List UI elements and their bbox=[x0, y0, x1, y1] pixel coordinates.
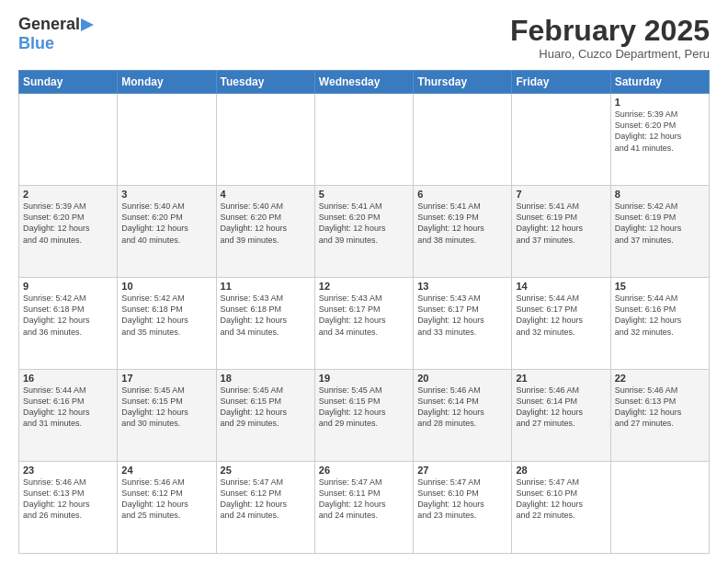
day-info-3-4: Sunrise: 5:46 AM Sunset: 6:14 PM Dayligh… bbox=[417, 385, 507, 430]
day-info-4-1: Sunrise: 5:46 AM Sunset: 6:12 PM Dayligh… bbox=[121, 477, 211, 522]
day-info-1-5: Sunrise: 5:41 AM Sunset: 6:19 PM Dayligh… bbox=[516, 201, 606, 246]
week-row-2: 9Sunrise: 5:42 AM Sunset: 6:18 PM Daylig… bbox=[19, 278, 710, 370]
day-number-4-3: 26 bbox=[319, 465, 409, 476]
day-number-4-4: 27 bbox=[417, 465, 507, 476]
day-info-4-3: Sunrise: 5:47 AM Sunset: 6:11 PM Dayligh… bbox=[319, 477, 409, 522]
day-info-0-6: Sunrise: 5:39 AM Sunset: 6:20 PM Dayligh… bbox=[615, 109, 705, 154]
svg-marker-0 bbox=[81, 18, 94, 31]
calendar-cell-3-0: 16Sunrise: 5:44 AM Sunset: 6:16 PM Dayli… bbox=[19, 370, 118, 462]
day-info-1-1: Sunrise: 5:40 AM Sunset: 6:20 PM Dayligh… bbox=[121, 201, 211, 246]
day-number-3-6: 22 bbox=[615, 373, 705, 384]
day-number-2-0: 9 bbox=[23, 281, 113, 292]
calendar-cell-3-5: 21Sunrise: 5:46 AM Sunset: 6:14 PM Dayli… bbox=[512, 370, 610, 462]
calendar-cell-1-4: 6Sunrise: 5:41 AM Sunset: 6:19 PM Daylig… bbox=[414, 186, 512, 278]
day-number-3-0: 16 bbox=[23, 373, 113, 384]
calendar-cell-1-6: 8Sunrise: 5:42 AM Sunset: 6:19 PM Daylig… bbox=[610, 186, 709, 278]
col-wednesday: Wednesday bbox=[314, 71, 413, 94]
day-info-4-0: Sunrise: 5:46 AM Sunset: 6:13 PM Dayligh… bbox=[23, 477, 113, 522]
day-number-0-6: 1 bbox=[615, 97, 705, 108]
calendar-cell-2-3: 12Sunrise: 5:43 AM Sunset: 6:17 PM Dayli… bbox=[314, 278, 413, 370]
title-block: February 2025 Huaro, Cuzco Department, P… bbox=[510, 15, 710, 61]
calendar-cell-3-3: 19Sunrise: 5:45 AM Sunset: 6:15 PM Dayli… bbox=[314, 370, 413, 462]
calendar-cell-2-4: 13Sunrise: 5:43 AM Sunset: 6:17 PM Dayli… bbox=[414, 278, 512, 370]
day-number-1-5: 7 bbox=[516, 189, 606, 200]
day-info-3-5: Sunrise: 5:46 AM Sunset: 6:14 PM Dayligh… bbox=[516, 385, 606, 430]
day-number-3-2: 18 bbox=[221, 373, 311, 384]
page: General Blue February 2025 Huaro, Cuzco … bbox=[0, 0, 728, 563]
calendar-cell-2-6: 15Sunrise: 5:44 AM Sunset: 6:16 PM Dayli… bbox=[610, 278, 709, 370]
day-info-3-6: Sunrise: 5:46 AM Sunset: 6:13 PM Dayligh… bbox=[615, 385, 705, 430]
day-number-2-4: 13 bbox=[417, 281, 507, 292]
week-row-3: 16Sunrise: 5:44 AM Sunset: 6:16 PM Dayli… bbox=[19, 370, 710, 462]
month-title: February 2025 bbox=[510, 15, 710, 47]
day-info-1-3: Sunrise: 5:41 AM Sunset: 6:20 PM Dayligh… bbox=[319, 201, 409, 246]
day-number-1-0: 2 bbox=[23, 189, 113, 200]
day-number-3-5: 21 bbox=[516, 373, 606, 384]
calendar-cell-4-3: 26Sunrise: 5:47 AM Sunset: 6:11 PM Dayli… bbox=[314, 462, 413, 554]
day-number-1-3: 5 bbox=[319, 189, 409, 200]
col-saturday: Saturday bbox=[610, 71, 709, 94]
calendar-cell-4-2: 25Sunrise: 5:47 AM Sunset: 6:12 PM Dayli… bbox=[216, 462, 314, 554]
calendar-cell-1-2: 4Sunrise: 5:40 AM Sunset: 6:20 PM Daylig… bbox=[216, 186, 314, 278]
calendar-cell-4-5: 28Sunrise: 5:47 AM Sunset: 6:10 PM Dayli… bbox=[512, 462, 610, 554]
day-info-3-1: Sunrise: 5:45 AM Sunset: 6:15 PM Dayligh… bbox=[121, 385, 211, 430]
calendar-cell-2-0: 9Sunrise: 5:42 AM Sunset: 6:18 PM Daylig… bbox=[19, 278, 118, 370]
calendar-cell-1-3: 5Sunrise: 5:41 AM Sunset: 6:20 PM Daylig… bbox=[314, 186, 413, 278]
calendar-cell-4-4: 27Sunrise: 5:47 AM Sunset: 6:10 PM Dayli… bbox=[414, 462, 512, 554]
day-info-4-4: Sunrise: 5:47 AM Sunset: 6:10 PM Dayligh… bbox=[417, 477, 507, 522]
day-info-1-4: Sunrise: 5:41 AM Sunset: 6:19 PM Dayligh… bbox=[417, 201, 507, 246]
calendar-cell-0-0 bbox=[19, 94, 118, 186]
day-info-3-0: Sunrise: 5:44 AM Sunset: 6:16 PM Dayligh… bbox=[23, 385, 113, 430]
day-number-1-4: 6 bbox=[417, 189, 507, 200]
day-number-1-1: 3 bbox=[121, 189, 211, 200]
calendar-cell-0-1 bbox=[118, 94, 216, 186]
day-info-2-4: Sunrise: 5:43 AM Sunset: 6:17 PM Dayligh… bbox=[417, 293, 507, 338]
calendar-cell-0-3 bbox=[314, 94, 413, 186]
day-number-1-6: 8 bbox=[615, 189, 705, 200]
calendar-cell-4-0: 23Sunrise: 5:46 AM Sunset: 6:13 PM Dayli… bbox=[19, 462, 118, 554]
day-number-3-3: 19 bbox=[319, 373, 409, 384]
day-number-3-4: 20 bbox=[417, 373, 507, 384]
logo-text: General Blue bbox=[18, 15, 94, 52]
day-number-4-2: 25 bbox=[221, 465, 311, 476]
day-number-2-2: 11 bbox=[221, 281, 311, 292]
calendar-cell-2-2: 11Sunrise: 5:43 AM Sunset: 6:18 PM Dayli… bbox=[216, 278, 314, 370]
day-number-4-1: 24 bbox=[121, 465, 211, 476]
col-thursday: Thursday bbox=[414, 71, 512, 94]
calendar-cell-1-1: 3Sunrise: 5:40 AM Sunset: 6:20 PM Daylig… bbox=[118, 186, 216, 278]
day-info-1-2: Sunrise: 5:40 AM Sunset: 6:20 PM Dayligh… bbox=[221, 201, 311, 246]
header-row: Sunday Monday Tuesday Wednesday Thursday… bbox=[19, 71, 710, 94]
calendar-table: Sunday Monday Tuesday Wednesday Thursday… bbox=[18, 70, 710, 554]
calendar-cell-1-0: 2Sunrise: 5:39 AM Sunset: 6:20 PM Daylig… bbox=[19, 186, 118, 278]
day-info-2-0: Sunrise: 5:42 AM Sunset: 6:18 PM Dayligh… bbox=[23, 293, 113, 338]
calendar-cell-3-2: 18Sunrise: 5:45 AM Sunset: 6:15 PM Dayli… bbox=[216, 370, 314, 462]
week-row-1: 2Sunrise: 5:39 AM Sunset: 6:20 PM Daylig… bbox=[19, 186, 710, 278]
day-info-2-6: Sunrise: 5:44 AM Sunset: 6:16 PM Dayligh… bbox=[615, 293, 705, 338]
day-info-1-0: Sunrise: 5:39 AM Sunset: 6:20 PM Dayligh… bbox=[23, 201, 113, 246]
calendar-cell-0-4 bbox=[414, 94, 512, 186]
day-number-2-6: 15 bbox=[615, 281, 705, 292]
col-friday: Friday bbox=[512, 71, 610, 94]
day-info-1-6: Sunrise: 5:42 AM Sunset: 6:19 PM Dayligh… bbox=[615, 201, 705, 246]
day-number-1-2: 4 bbox=[221, 189, 311, 200]
location: Huaro, Cuzco Department, Peru bbox=[510, 47, 710, 61]
calendar-cell-2-1: 10Sunrise: 5:42 AM Sunset: 6:18 PM Dayli… bbox=[118, 278, 216, 370]
calendar-cell-0-6: 1Sunrise: 5:39 AM Sunset: 6:20 PM Daylig… bbox=[610, 94, 709, 186]
calendar-cell-3-4: 20Sunrise: 5:46 AM Sunset: 6:14 PM Dayli… bbox=[414, 370, 512, 462]
col-monday: Monday bbox=[118, 71, 216, 94]
day-number-2-5: 14 bbox=[516, 281, 606, 292]
day-info-3-3: Sunrise: 5:45 AM Sunset: 6:15 PM Dayligh… bbox=[319, 385, 409, 430]
day-info-2-3: Sunrise: 5:43 AM Sunset: 6:17 PM Dayligh… bbox=[319, 293, 409, 338]
day-number-3-1: 17 bbox=[121, 373, 211, 384]
day-info-4-5: Sunrise: 5:47 AM Sunset: 6:10 PM Dayligh… bbox=[516, 477, 606, 522]
calendar-cell-3-1: 17Sunrise: 5:45 AM Sunset: 6:15 PM Dayli… bbox=[118, 370, 216, 462]
day-info-3-2: Sunrise: 5:45 AM Sunset: 6:15 PM Dayligh… bbox=[221, 385, 311, 430]
week-row-0: 1Sunrise: 5:39 AM Sunset: 6:20 PM Daylig… bbox=[19, 94, 710, 186]
week-row-4: 23Sunrise: 5:46 AM Sunset: 6:13 PM Dayli… bbox=[19, 462, 710, 554]
day-number-4-0: 23 bbox=[23, 465, 113, 476]
day-number-2-1: 10 bbox=[121, 281, 211, 292]
day-number-4-5: 28 bbox=[516, 465, 606, 476]
calendar-cell-4-6 bbox=[610, 462, 709, 554]
day-info-2-2: Sunrise: 5:43 AM Sunset: 6:18 PM Dayligh… bbox=[221, 293, 311, 338]
day-number-2-3: 12 bbox=[319, 281, 409, 292]
